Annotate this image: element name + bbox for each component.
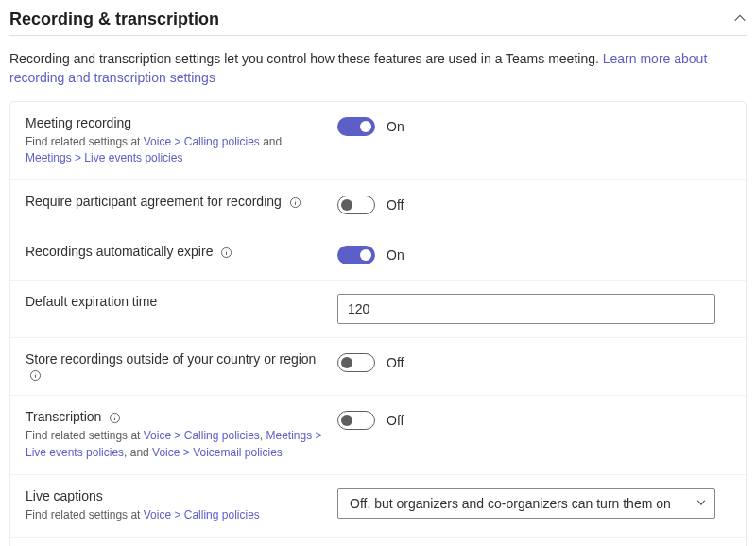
- row-meeting-recording: Meeting recording Find related settings …: [10, 102, 746, 181]
- auto-expire-state: On: [387, 247, 404, 263]
- chevron-down-icon: [696, 496, 707, 511]
- auto-expire-label: Recordings automatically expire: [26, 244, 213, 259]
- meeting-recording-toggle[interactable]: [337, 117, 375, 136]
- transcription-related: Find related settings at Voice > Calling…: [26, 428, 326, 461]
- row-copilot: Copilot On with transcript: [10, 538, 746, 546]
- live-captions-label: Live captions: [26, 488, 103, 503]
- svg-point-5: [226, 250, 227, 251]
- info-icon[interactable]: [29, 369, 42, 382]
- voice-calling-policies-link[interactable]: Voice > Calling policies: [144, 508, 260, 521]
- related-and: , and: [124, 446, 152, 459]
- live-captions-select[interactable]: Off, but organizers and co-organizers ca…: [337, 488, 715, 519]
- store-outside-toggle[interactable]: [337, 353, 375, 372]
- live-captions-value: Off, but organizers and co-organizers ca…: [350, 496, 671, 511]
- transcription-state: Off: [387, 413, 404, 428]
- participant-agreement-state: Off: [387, 197, 404, 213]
- svg-point-8: [35, 373, 36, 374]
- transcription-toggle[interactable]: [337, 411, 375, 430]
- transcription-label: Transcription: [26, 409, 101, 424]
- meeting-recording-related: Find related settings at Voice > Calling…: [26, 134, 326, 167]
- chevron-up-icon[interactable]: [733, 11, 747, 27]
- row-auto-expire: Recordings automatically expire On: [10, 230, 746, 281]
- row-participant-agreement: Require participant agreement for record…: [10, 180, 746, 230]
- store-outside-label: Store recordings outside of your country…: [26, 351, 316, 367]
- settings-card: Meeting recording Find related settings …: [9, 101, 747, 546]
- related-prefix: Find related settings at: [26, 508, 144, 521]
- auto-expire-toggle[interactable]: [337, 246, 375, 264]
- voice-calling-policies-link[interactable]: Voice > Calling policies: [144, 135, 260, 148]
- section-description: Recording and transcription settings let…: [9, 36, 747, 101]
- row-transcription: Transcription Find related settings at V…: [10, 396, 746, 475]
- related-prefix: Find related settings at: [26, 429, 144, 442]
- default-expiration-input[interactable]: [337, 294, 715, 324]
- meeting-recording-label: Meeting recording: [26, 115, 131, 130]
- meeting-recording-state: On: [387, 119, 404, 134]
- meetings-live-events-link[interactable]: Meetings > Live events policies: [26, 151, 182, 164]
- voice-voicemail-policies-link[interactable]: Voice > Voicemail policies: [152, 446, 283, 459]
- section-header[interactable]: Recording & transcription: [9, 0, 747, 36]
- row-store-outside: Store recordings outside of your country…: [10, 338, 746, 396]
- row-live-captions: Live captions Find related settings at V…: [10, 475, 746, 537]
- default-expiration-label: Default expiration time: [26, 294, 157, 309]
- store-outside-state: Off: [387, 355, 404, 370]
- info-icon[interactable]: [109, 412, 121, 424]
- svg-point-11: [114, 416, 115, 417]
- voice-calling-policies-link[interactable]: Voice > Calling policies: [144, 429, 260, 442]
- info-icon[interactable]: [220, 247, 232, 259]
- related-prefix: Find related settings at: [26, 135, 144, 148]
- info-icon[interactable]: [289, 196, 301, 209]
- svg-point-2: [295, 200, 296, 201]
- related-and: and: [260, 135, 282, 148]
- description-text: Recording and transcription settings let…: [9, 51, 603, 66]
- section-title: Recording & transcription: [9, 9, 219, 29]
- participant-agreement-label: Require participant agreement for record…: [26, 194, 282, 209]
- row-default-expiration: Default expiration time: [10, 281, 746, 338]
- live-captions-related: Find related settings at Voice > Calling…: [26, 507, 326, 523]
- participant-agreement-toggle[interactable]: [337, 196, 375, 214]
